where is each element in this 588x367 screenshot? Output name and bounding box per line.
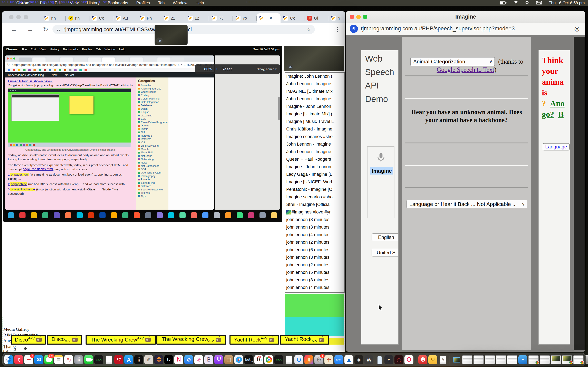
playlist-item[interactable]: johnlennon (2 minutes, (285, 261, 345, 269)
filezilla[interactable]: FZ ● (114, 355, 123, 364)
paint[interactable]: ✣ (324, 355, 333, 364)
menu-item[interactable]: Window (173, 1, 187, 5)
terminal[interactable]: &gt;_ ● (244, 355, 253, 364)
news[interactable]: N (174, 355, 183, 364)
podcasts[interactable]: Ψ (214, 355, 223, 364)
browser-tab[interactable]: Yo (233, 13, 257, 23)
menu-bar-clock[interactable]: Thu 16 Oct 6:58 pm (549, 1, 585, 5)
playlist-item[interactable]: johnlennon (6 minutes, (285, 246, 345, 254)
browser-tab[interactable]: Gi (304, 13, 328, 23)
browser-tab[interactable]: Y (328, 13, 345, 23)
playlist-item[interactable]: Imagine | Music Travel L (285, 118, 345, 125)
music[interactable]: ♫ (14, 355, 23, 364)
minimized-window-9[interactable] (562, 355, 572, 364)
playlist-item[interactable]: Chris Kläfford - Imagine (285, 125, 345, 133)
minimized-window-8[interactable] (551, 355, 561, 364)
divider-2[interactable] (448, 355, 451, 364)
url-text[interactable]: rjmprogramming.com.au/PHP/speech_supervi… (361, 25, 515, 32)
screenshot-media-image[interactable]: Chrome FileEditViewHistoryBookmarksProfi… (3, 46, 282, 222)
playlist-item[interactable]: John Lennon - Imagine (285, 95, 345, 103)
mode-select[interactable]: Animal Categorization ∨ (410, 57, 495, 66)
bbedit[interactable]: B ● (204, 355, 213, 364)
browser-tab[interactable]: Co (281, 13, 304, 23)
back-link[interactable]: B (558, 110, 564, 119)
browser-tab[interactable]: ✕ (257, 13, 281, 23)
mini-blue-app[interactable]: ✦ (518, 355, 527, 364)
media-play-button[interactable]: The Wrecking CrewA+V (86, 335, 156, 345)
safari[interactable]: ● (234, 355, 243, 364)
gauge-app[interactable]: ◷ (394, 355, 403, 364)
minimized-window-3[interactable] (485, 355, 495, 364)
zoom[interactable]: zoom (334, 355, 343, 364)
browser-tab[interactable]: Co (89, 13, 113, 23)
do-not-disturb[interactable]: ⊘ (184, 355, 193, 364)
control-center-icon[interactable] (536, 1, 542, 4)
google-speech-link[interactable]: Google Speech to Text (437, 66, 494, 73)
playlist-item[interactable]: #imagines #love #yn (285, 208, 345, 216)
media-play-button[interactable]: Yacht RockA-V (280, 335, 329, 345)
minimized-window-7[interactable] (540, 355, 550, 364)
photos-red[interactable]: ☻ (418, 355, 427, 364)
chrome[interactable]: ● (264, 355, 273, 364)
back-button[interactable]: ← (11, 26, 17, 33)
photos[interactable]: ❀ (194, 355, 203, 364)
trash[interactable] (585, 355, 588, 364)
media-play-button[interactable]: Yacht RockA+V (229, 335, 279, 345)
zoom-window-button[interactable] (24, 15, 28, 19)
browser-tab[interactable]: Au (113, 13, 137, 23)
finder[interactable]: ☺ ● (4, 355, 13, 364)
playlist-item[interactable]: IMAGINE. [Ultimate Mix (285, 88, 345, 95)
playlist-item[interactable]: Imagine - John Lennon (285, 163, 345, 171)
playlist-item[interactable]: Pentatonix - Imagine [O (285, 186, 345, 193)
playlist-item[interactable]: Imagine [Ultimate Mix] ( (285, 110, 345, 118)
united-states-button[interactable]: United S (372, 249, 398, 257)
microphone-icon[interactable] (350, 25, 358, 33)
firefox[interactable]: ❂ (154, 355, 163, 364)
forward-button[interactable]: → (27, 26, 33, 33)
lamp-app[interactable]: ⚲ (428, 355, 437, 364)
iphone-mirroring[interactable] (374, 355, 383, 364)
gimp[interactable]: ✐ (144, 355, 153, 364)
media-cell-green[interactable] (285, 294, 344, 317)
playlist-item[interactable]: johnlennon (2 minutes, (285, 239, 345, 246)
playlist-item[interactable]: johnlennon (3 minutes, (285, 276, 345, 284)
menu-item[interactable]: Help (196, 1, 204, 5)
browser-tab[interactable]: rjn (66, 13, 89, 23)
media-play-button[interactable]: The Wrecking CrewA-V (156, 335, 226, 345)
prism[interactable]: ▲ (345, 355, 354, 364)
intellij-idea[interactable]: IJ (304, 355, 313, 364)
close-window-button[interactable] (9, 15, 13, 19)
playlist-item[interactable]: johnlennon (3 minutes, (285, 224, 345, 231)
keypad[interactable]: ⣿ (134, 355, 143, 364)
browser-menu-icon[interactable]: ⋮ (334, 26, 341, 33)
minimized-window-4[interactable] (496, 355, 506, 364)
app-store[interactable]: A (124, 355, 133, 364)
system-settings[interactable]: ⚙ 1 ● (314, 355, 323, 364)
language-select[interactable]: Language or Hear it Back ... Not Applica… (406, 200, 527, 208)
browser-tab[interactable]: RJ (209, 13, 233, 23)
minimize-window-button[interactable] (16, 15, 21, 19)
playlist-item[interactable]: johnlennon (4 minutes, (285, 284, 345, 291)
messages[interactable]: 208 (44, 355, 53, 364)
exec-terminal[interactable]: exec (94, 355, 103, 364)
search-icon[interactable] (525, 1, 529, 5)
voice-waveform[interactable]: ∿ (64, 355, 73, 364)
another-go-link[interactable]: Ano (550, 99, 564, 108)
photo-stack[interactable] (452, 355, 461, 364)
playlist-item[interactable]: John Lennon - Imagine (285, 80, 345, 88)
textedit-2[interactable] (285, 355, 293, 364)
recognized-word[interactable]: Imagine (370, 167, 393, 175)
browser-tab[interactable]: 21 (161, 13, 185, 23)
playlist-item[interactable]: Imagine scenarios #sho (285, 193, 345, 201)
cat-app[interactable]: ᴥ (384, 355, 393, 364)
playlist-item[interactable]: johnlennon (3 minutes, (285, 254, 345, 261)
reminders[interactable]: ☰ 3 (24, 355, 33, 364)
media-play-button[interactable]: DiscoA-V (47, 335, 82, 345)
facetime[interactable] (84, 355, 93, 364)
playlist-item[interactable]: johnlennon (4 minutes, (285, 231, 345, 239)
language-button[interactable]: Language (543, 143, 570, 150)
playlist-item[interactable]: John Lennon - Imagine (285, 148, 345, 156)
divider-1[interactable] (415, 355, 417, 364)
textedit[interactable] (104, 355, 113, 364)
contacts[interactable]: ◫ (224, 355, 233, 364)
